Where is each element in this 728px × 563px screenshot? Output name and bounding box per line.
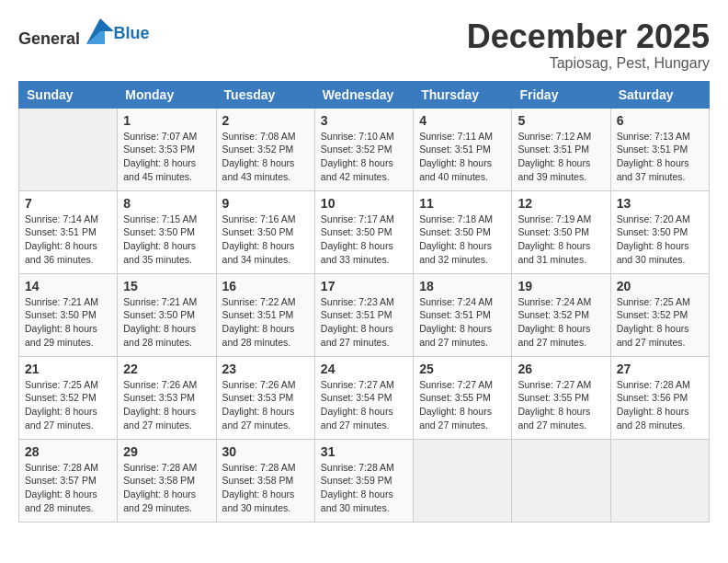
day-info: Sunrise: 7:21 AM Sunset: 3:50 PM Dayligh… — [25, 295, 111, 350]
day-number: 2 — [222, 113, 309, 128]
logo: General Blue — [18, 18, 150, 48]
day-number: 28 — [25, 444, 111, 459]
calendar-week-row: 7Sunrise: 7:14 AM Sunset: 3:51 PM Daylig… — [19, 190, 710, 273]
calendar-cell: 5Sunrise: 7:12 AM Sunset: 3:51 PM Daylig… — [512, 108, 610, 190]
calendar-cell: 16Sunrise: 7:22 AM Sunset: 3:51 PM Dayli… — [216, 273, 314, 356]
calendar-cell — [19, 108, 118, 190]
calendar-cell: 31Sunrise: 7:28 AM Sunset: 3:59 PM Dayli… — [314, 439, 413, 522]
day-number: 10 — [321, 196, 407, 211]
day-number: 30 — [222, 444, 309, 459]
calendar-cell: 1Sunrise: 7:07 AM Sunset: 3:53 PM Daylig… — [118, 108, 216, 190]
weekday-header: Saturday — [610, 81, 709, 108]
calendar-cell: 30Sunrise: 7:28 AM Sunset: 3:58 PM Dayli… — [216, 439, 314, 522]
calendar-cell: 25Sunrise: 7:27 AM Sunset: 3:55 PM Dayli… — [414, 356, 512, 439]
day-number: 15 — [123, 279, 210, 293]
calendar-cell: 4Sunrise: 7:11 AM Sunset: 3:51 PM Daylig… — [414, 108, 512, 190]
day-info: Sunrise: 7:28 AM Sunset: 3:57 PM Dayligh… — [25, 461, 111, 515]
day-info: Sunrise: 7:17 AM Sunset: 3:50 PM Dayligh… — [321, 213, 407, 267]
calendar-week-row: 1Sunrise: 7:07 AM Sunset: 3:53 PM Daylig… — [19, 108, 710, 190]
weekday-header: Thursday — [414, 81, 512, 108]
day-number: 22 — [123, 362, 210, 376]
day-number: 17 — [321, 279, 407, 293]
logo-blue: Blue — [114, 24, 150, 42]
day-info: Sunrise: 7:07 AM Sunset: 3:53 PM Dayligh… — [123, 130, 210, 184]
calendar-cell — [414, 439, 512, 522]
logo-general: General — [18, 29, 80, 48]
day-number: 4 — [419, 113, 506, 128]
calendar-cell: 28Sunrise: 7:28 AM Sunset: 3:57 PM Dayli… — [19, 439, 118, 522]
calendar-cell: 22Sunrise: 7:26 AM Sunset: 3:53 PM Dayli… — [118, 356, 216, 439]
day-info: Sunrise: 7:24 AM Sunset: 3:52 PM Dayligh… — [518, 295, 604, 350]
calendar-cell: 3Sunrise: 7:10 AM Sunset: 3:52 PM Daylig… — [314, 108, 413, 190]
day-number: 18 — [419, 279, 506, 293]
day-info: Sunrise: 7:28 AM Sunset: 3:59 PM Dayligh… — [321, 461, 407, 515]
calendar-cell: 15Sunrise: 7:21 AM Sunset: 3:50 PM Dayli… — [118, 273, 216, 356]
day-number: 14 — [25, 279, 111, 293]
calendar-cell: 10Sunrise: 7:17 AM Sunset: 3:50 PM Dayli… — [314, 190, 413, 273]
weekday-header: Friday — [512, 81, 610, 108]
calendar-cell: 18Sunrise: 7:24 AM Sunset: 3:51 PM Dayli… — [414, 273, 512, 356]
day-number: 1 — [123, 113, 210, 128]
weekday-header-row: SundayMondayTuesdayWednesdayThursdayFrid… — [19, 81, 710, 108]
day-info: Sunrise: 7:24 AM Sunset: 3:51 PM Dayligh… — [419, 295, 506, 350]
calendar-cell: 20Sunrise: 7:25 AM Sunset: 3:52 PM Dayli… — [610, 273, 709, 356]
day-number: 5 — [518, 113, 604, 128]
day-info: Sunrise: 7:12 AM Sunset: 3:51 PM Dayligh… — [518, 130, 604, 184]
day-number: 24 — [321, 362, 407, 376]
month-title: December 2025 — [467, 18, 710, 55]
day-info: Sunrise: 7:28 AM Sunset: 3:58 PM Dayligh… — [123, 461, 210, 515]
calendar-cell: 9Sunrise: 7:16 AM Sunset: 3:50 PM Daylig… — [216, 190, 314, 273]
calendar-cell: 29Sunrise: 7:28 AM Sunset: 3:58 PM Dayli… — [118, 439, 216, 522]
calendar-cell: 27Sunrise: 7:28 AM Sunset: 3:56 PM Dayli… — [610, 356, 709, 439]
day-number: 25 — [419, 362, 506, 376]
calendar-cell: 14Sunrise: 7:21 AM Sunset: 3:50 PM Dayli… — [19, 273, 118, 356]
weekday-header: Monday — [118, 81, 216, 108]
day-info: Sunrise: 7:15 AM Sunset: 3:50 PM Dayligh… — [123, 213, 210, 267]
day-number: 16 — [222, 279, 309, 293]
location-title: Tapiosag, Pest, Hungary — [467, 55, 710, 72]
day-info: Sunrise: 7:22 AM Sunset: 3:51 PM Dayligh… — [222, 295, 309, 350]
calendar-cell — [512, 439, 610, 522]
calendar-cell: 12Sunrise: 7:19 AM Sunset: 3:50 PM Dayli… — [512, 190, 610, 273]
weekday-header: Tuesday — [216, 81, 314, 108]
calendar-cell: 21Sunrise: 7:25 AM Sunset: 3:52 PM Dayli… — [19, 356, 118, 439]
day-number: 3 — [321, 113, 407, 128]
calendar-cell: 19Sunrise: 7:24 AM Sunset: 3:52 PM Dayli… — [512, 273, 610, 356]
day-number: 31 — [321, 444, 407, 459]
calendar-cell: 17Sunrise: 7:23 AM Sunset: 3:51 PM Dayli… — [314, 273, 413, 356]
day-info: Sunrise: 7:20 AM Sunset: 3:50 PM Dayligh… — [617, 213, 703, 267]
day-number: 9 — [222, 196, 309, 211]
day-number: 29 — [123, 444, 210, 459]
day-info: Sunrise: 7:23 AM Sunset: 3:51 PM Dayligh… — [321, 295, 407, 350]
weekday-header: Sunday — [19, 81, 118, 108]
logo-icon — [86, 18, 114, 44]
calendar-cell: 8Sunrise: 7:15 AM Sunset: 3:50 PM Daylig… — [118, 190, 216, 273]
calendar-cell: 13Sunrise: 7:20 AM Sunset: 3:50 PM Dayli… — [610, 190, 709, 273]
weekday-header: Wednesday — [314, 81, 413, 108]
day-number: 8 — [123, 196, 210, 211]
day-number: 27 — [617, 362, 703, 376]
calendar-cell: 11Sunrise: 7:18 AM Sunset: 3:50 PM Dayli… — [414, 190, 512, 273]
day-info: Sunrise: 7:19 AM Sunset: 3:50 PM Dayligh… — [518, 213, 604, 267]
day-number: 21 — [25, 362, 111, 376]
day-info: Sunrise: 7:27 AM Sunset: 3:55 PM Dayligh… — [518, 378, 604, 432]
day-info: Sunrise: 7:18 AM Sunset: 3:50 PM Dayligh… — [419, 213, 506, 267]
day-number: 26 — [518, 362, 604, 376]
day-info: Sunrise: 7:10 AM Sunset: 3:52 PM Dayligh… — [321, 130, 407, 184]
calendar-week-row: 14Sunrise: 7:21 AM Sunset: 3:50 PM Dayli… — [19, 273, 710, 356]
day-info: Sunrise: 7:26 AM Sunset: 3:53 PM Dayligh… — [222, 378, 309, 432]
day-info: Sunrise: 7:27 AM Sunset: 3:54 PM Dayligh… — [321, 378, 407, 432]
day-number: 7 — [25, 196, 111, 211]
day-number: 6 — [617, 113, 703, 128]
day-info: Sunrise: 7:14 AM Sunset: 3:51 PM Dayligh… — [25, 213, 111, 267]
day-info: Sunrise: 7:27 AM Sunset: 3:55 PM Dayligh… — [419, 378, 506, 432]
calendar-table: SundayMondayTuesdayWednesdayThursdayFrid… — [18, 81, 710, 523]
day-info: Sunrise: 7:28 AM Sunset: 3:56 PM Dayligh… — [617, 378, 703, 432]
day-number: 13 — [617, 196, 703, 211]
title-block: December 2025 Tapiosag, Pest, Hungary — [467, 18, 710, 72]
calendar-cell: 7Sunrise: 7:14 AM Sunset: 3:51 PM Daylig… — [19, 190, 118, 273]
calendar-week-row: 21Sunrise: 7:25 AM Sunset: 3:52 PM Dayli… — [19, 356, 710, 439]
day-info: Sunrise: 7:16 AM Sunset: 3:50 PM Dayligh… — [222, 213, 309, 267]
day-number: 11 — [419, 196, 506, 211]
day-info: Sunrise: 7:26 AM Sunset: 3:53 PM Dayligh… — [123, 378, 210, 432]
